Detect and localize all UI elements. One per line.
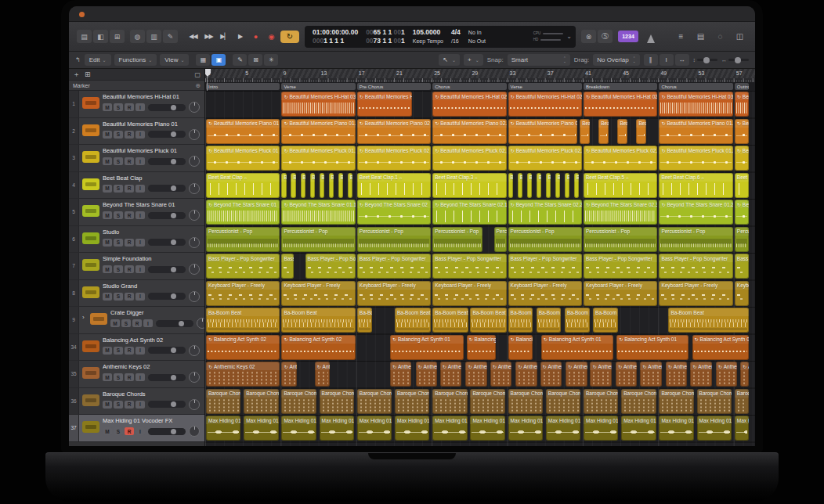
record-icon[interactable]: ● bbox=[249, 31, 262, 43]
region[interactable]: Percussionist - Pop bbox=[508, 227, 582, 252]
region[interactable]: Keyboard Player - Freely bbox=[432, 281, 506, 306]
r-button[interactable]: R bbox=[125, 265, 134, 273]
track-row[interactable]: 7Simple FoundationMSRI bbox=[69, 253, 204, 280]
region[interactable]: Beet Beat Clap bbox=[508, 173, 513, 198]
volume-slider[interactable] bbox=[148, 239, 186, 246]
region[interactable]: Beautiful Memories Piano bbox=[598, 119, 608, 144]
region[interactable]: ↻Beautiful Memories Piano 02 bbox=[357, 119, 431, 144]
count-in-button[interactable]: 1234 bbox=[618, 31, 638, 42]
volume-slider[interactable] bbox=[148, 158, 186, 165]
region[interactable]: Beet Beat Clap bbox=[546, 173, 551, 198]
horizontal-auto-zoom-icon[interactable]: ↔ bbox=[675, 54, 689, 66]
region[interactable]: Beet Beat Clap bbox=[348, 173, 352, 198]
region[interactable]: ↻Balancing Act Synth 01 bbox=[508, 335, 533, 360]
i-button[interactable]: I bbox=[143, 319, 153, 327]
track-name[interactable]: Studio bbox=[103, 229, 201, 236]
i-button[interactable]: I bbox=[136, 293, 145, 301]
region[interactable]: Beet Beat Clap bbox=[574, 173, 579, 198]
region[interactable]: ↻Beautiful Memories Hi-Hat 02.2 bbox=[508, 92, 582, 117]
window-titlebar[interactable] bbox=[69, 6, 755, 22]
i-button[interactable]: I bbox=[136, 103, 145, 111]
s-button[interactable]: S bbox=[114, 427, 123, 435]
region[interactable]: Bass Player - Pop Songwriter bbox=[659, 254, 732, 279]
region[interactable]: Baroque Chords bbox=[508, 389, 543, 414]
region[interactable]: ↻Beautiful Memories Pluck 02.1 bbox=[432, 146, 506, 171]
s-button[interactable]: S bbox=[114, 239, 123, 247]
region[interactable]: Max Hiding 01 Vocoder FX bbox=[357, 416, 392, 441]
region[interactable]: ↻Beautiful Memories Pluck 02 bbox=[357, 146, 431, 171]
region[interactable]: ↻Beyond The Stars Snare 02.1 bbox=[432, 200, 506, 225]
inspector-icon[interactable]: ◧ bbox=[93, 30, 108, 43]
region[interactable]: Max Hiding 01 Vocoder FX bbox=[735, 416, 749, 441]
track-name[interactable]: Baroque Chords bbox=[103, 391, 201, 398]
track-name[interactable]: Beyond The Stars Snare 01 bbox=[103, 201, 201, 208]
horizontal-zoom-slider[interactable]: ↔ bbox=[721, 57, 749, 63]
region[interactable]: Baroque Chords bbox=[470, 389, 504, 414]
region[interactable]: Ba-Boom Beat bbox=[281, 308, 355, 333]
region[interactable]: Baroque Chords bbox=[320, 389, 354, 414]
lcd-display[interactable]: 01:00:00:00.00 0001 1 1 1 0065 1 1 001 0… bbox=[305, 26, 576, 48]
arrangement-marker[interactable]: Outtro bbox=[735, 83, 749, 90]
i-button[interactable]: I bbox=[136, 211, 145, 219]
region[interactable]: ↻Beautiful Memories Hi-Hat 02.1 bbox=[432, 92, 506, 117]
automation-icon[interactable]: ✎ bbox=[233, 54, 247, 66]
track-name[interactable]: Anthemic Keys 02 bbox=[103, 363, 201, 370]
region[interactable]: ↻Anthemic Keys 02 bbox=[540, 362, 562, 387]
region[interactable]: Beet Beat Clap.3⌂ bbox=[432, 173, 506, 198]
region[interactable]: Percussionist - Pop bbox=[432, 227, 482, 252]
region[interactable]: Ba-Boom Beat bbox=[432, 308, 468, 333]
arrangement-marker[interactable]: Chorus bbox=[659, 83, 732, 90]
mixer-icon[interactable]: ▥ bbox=[146, 30, 161, 43]
region[interactable]: ↻Beyond The Stars Snare 02 bbox=[357, 200, 431, 225]
track-name[interactable]: Beautiful Memories Piano 01 bbox=[103, 121, 201, 128]
region[interactable]: ↻Beautiful Memories Piano 01.1 bbox=[281, 119, 355, 144]
region[interactable]: Ba-Boom Beat bbox=[206, 308, 280, 333]
region[interactable]: Max Hiding 01 Vocoder FX bbox=[320, 416, 354, 441]
region[interactable]: Beet Beat Clap bbox=[735, 173, 749, 198]
region[interactable]: ↻Beautiful Memories Piano 01 bbox=[206, 119, 280, 144]
track-name[interactable]: Balancing Act Synth 02 bbox=[103, 337, 201, 344]
region[interactable]: Max Hiding 01 Vocoder FX bbox=[470, 416, 504, 441]
pan-knob[interactable] bbox=[189, 372, 200, 383]
region[interactable]: ↻Balancing Act Synth 01 bbox=[390, 335, 464, 360]
m-button[interactable]: M bbox=[103, 157, 112, 165]
volume-slider[interactable] bbox=[148, 212, 186, 219]
r-button[interactable]: R bbox=[125, 293, 134, 301]
region[interactable]: ↻Beautiful Memories Hi-Hat 02.3 bbox=[584, 92, 657, 117]
region[interactable]: ↻Beautiful Memories Piano bbox=[735, 119, 749, 144]
region[interactable]: ↻Balancing Act Synth 01 bbox=[541, 335, 613, 360]
region[interactable]: Beet Beat Clap.5⌂ bbox=[584, 173, 657, 198]
menu-view[interactable]: View⌄ bbox=[160, 54, 189, 66]
track-name[interactable]: Beautiful Memories Pluck 01 bbox=[103, 147, 201, 154]
cycle-icon[interactable]: ↻ bbox=[280, 31, 299, 43]
lcd-chevron-down-icon[interactable]: ⌄ bbox=[565, 27, 572, 46]
region[interactable]: ↻Balancing Act Synth 02 bbox=[281, 335, 355, 360]
pan-knob[interactable] bbox=[189, 156, 200, 167]
i-button[interactable]: I bbox=[136, 157, 145, 165]
region[interactable]: ↻Anthemic Keys 02 bbox=[440, 362, 462, 387]
region[interactable]: Keyboard Player - Freely bbox=[206, 281, 280, 306]
region[interactable]: Max Hiding 01 Vocoder FX bbox=[546, 416, 580, 441]
duplicate-track-button[interactable]: ⊞ bbox=[85, 70, 91, 78]
r-button[interactable]: R bbox=[125, 103, 134, 111]
track-row[interactable]: 34Balancing Act Synth 02MSRI bbox=[69, 334, 204, 362]
arrangement-marker[interactable]: Pre Chorus bbox=[357, 83, 431, 90]
r-button[interactable]: R bbox=[125, 401, 134, 409]
region[interactable]: Max Hiding 01 Vocoder FX bbox=[584, 416, 618, 441]
pan-knob[interactable] bbox=[189, 345, 200, 356]
region[interactable]: Max Hiding 01 Vocoder FX bbox=[508, 416, 543, 441]
pan-knob[interactable] bbox=[189, 210, 200, 221]
arrangement-marker[interactable]: Verse bbox=[281, 83, 355, 90]
region[interactable]: Keyboard Player - Freely bbox=[357, 281, 431, 306]
region[interactable]: ↻Anthemic Keys 02 bbox=[315, 362, 331, 387]
m-button[interactable]: M bbox=[103, 211, 112, 219]
flex-icon[interactable]: ⊠ bbox=[248, 54, 262, 66]
region[interactable]: ↻Anthemic Keys 02 bbox=[590, 362, 612, 387]
pan-knob[interactable] bbox=[189, 129, 200, 140]
secondary-tool-menu[interactable]: + ⌄ bbox=[464, 54, 483, 66]
waveform-zoom-icon[interactable]: ∥ bbox=[644, 54, 658, 66]
region[interactable]: Baroque Chords bbox=[206, 389, 240, 414]
region[interactable]: ↻Anthemic Keys 02 bbox=[616, 362, 638, 387]
track-name[interactable]: Max Hiding 01 Vocoder FX bbox=[103, 417, 201, 424]
arrangement-marker[interactable]: Verse bbox=[508, 83, 582, 90]
